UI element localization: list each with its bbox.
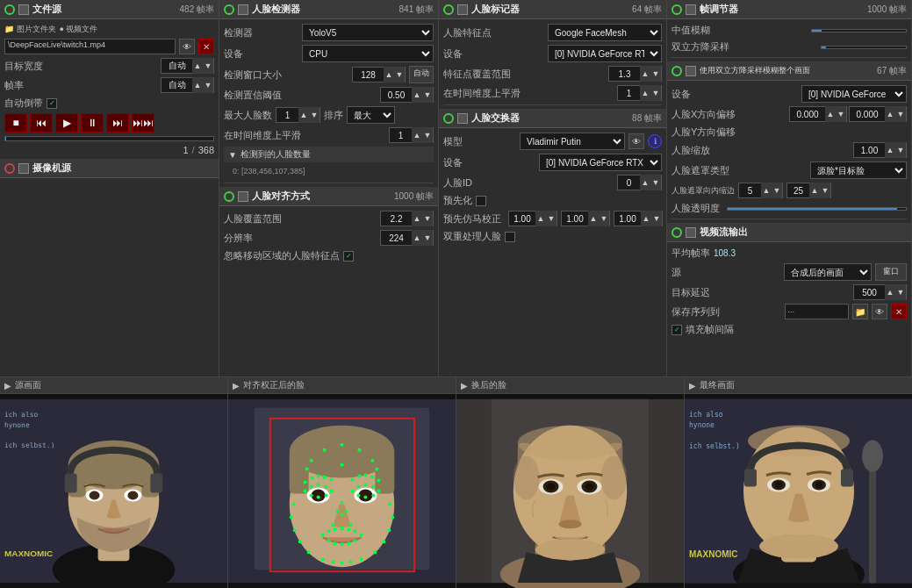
- max-faces-input[interactable]: [276, 111, 298, 120]
- scale-down[interactable]: ▼: [895, 142, 906, 158]
- face-align-check-icon[interactable]: [238, 191, 248, 202]
- stream-output-check-icon[interactable]: [686, 227, 696, 238]
- resolution-spinbox[interactable]: ▲ ▼: [380, 230, 434, 246]
- scale-input[interactable]: [854, 146, 885, 155]
- blur-spinbox[interactable]: ▲ ▼: [786, 183, 831, 198]
- coverage-down[interactable]: ▼: [422, 211, 433, 226]
- max-faces-down[interactable]: ▼: [309, 107, 320, 123]
- x-offset-down2[interactable]: ▼: [895, 106, 906, 122]
- window-btn[interactable]: 窗口: [875, 263, 907, 281]
- delay-down[interactable]: ▼: [895, 284, 906, 300]
- prealign-spinbox2[interactable]: ▲ ▼: [561, 211, 610, 226]
- max-faces-up[interactable]: ▲: [298, 107, 309, 123]
- mask-type-select[interactable]: 源脸*目标脸: [810, 161, 907, 179]
- face-detector-check-icon[interactable]: [238, 4, 248, 15]
- prealign-down3[interactable]: ▼: [651, 211, 662, 226]
- threshold-spinbox[interactable]: ▲ ▼: [380, 87, 434, 103]
- auto-btn[interactable]: 自动: [409, 66, 434, 83]
- coverage-spinbox[interactable]: ▲ ▼: [380, 211, 434, 226]
- device-select[interactable]: CPU: [302, 45, 434, 62]
- prev-btn[interactable]: ⏮: [30, 113, 53, 133]
- prealign-up2[interactable]: ▲: [588, 211, 599, 226]
- fps-down[interactable]: ▼: [203, 77, 213, 93]
- resolution-down[interactable]: ▼: [422, 230, 433, 246]
- erode-input[interactable]: [739, 186, 761, 196]
- landmark-range-down[interactable]: ▼: [650, 66, 661, 82]
- smooth-up[interactable]: ▲: [412, 127, 422, 143]
- blur-up[interactable]: ▲: [809, 183, 820, 198]
- face-marker-check-icon[interactable]: [457, 4, 468, 15]
- smooth-input[interactable]: [390, 131, 412, 140]
- prealign-up1[interactable]: ▲: [535, 211, 546, 226]
- smooth-spinbox[interactable]: ▲ ▼: [389, 127, 434, 143]
- bilateral-section-power-icon[interactable]: [671, 66, 682, 76]
- detection-count-section[interactable]: ▼ 检测到的人脸数量: [224, 147, 434, 162]
- target-width-down[interactable]: ▼: [203, 58, 213, 74]
- prealign-spinbox1[interactable]: ▲ ▼: [508, 211, 557, 226]
- scale-up[interactable]: ▲: [885, 142, 895, 158]
- auto-loop-checkbox[interactable]: [47, 98, 57, 109]
- save-path-input[interactable]: ...: [785, 304, 850, 319]
- model-select[interactable]: Vladimir Putin: [520, 133, 625, 150]
- window-size-spinbox[interactable]: ▲ ▼: [352, 67, 406, 82]
- file-path-close-btn[interactable]: ✕: [198, 39, 214, 54]
- ignore-moving-checkbox[interactable]: [343, 251, 354, 262]
- prealign-down1[interactable]: ▼: [546, 211, 557, 226]
- prealign-input2[interactable]: [562, 214, 588, 224]
- frame-adjuster-check-icon[interactable]: [686, 4, 696, 15]
- prealign-down2[interactable]: ▼: [599, 211, 609, 226]
- coverage-input[interactable]: [381, 214, 412, 224]
- fps-spinbox[interactable]: ▲ ▼: [161, 77, 214, 93]
- window-size-input[interactable]: [353, 70, 384, 80]
- prealign-input3[interactable]: [614, 214, 641, 224]
- face-align-power-icon[interactable]: [224, 191, 234, 202]
- precel-checkbox[interactable]: [476, 196, 486, 206]
- prealign-input1[interactable]: [509, 214, 535, 224]
- fps-up[interactable]: ▲: [192, 77, 203, 93]
- face-id-input[interactable]: [618, 178, 640, 188]
- bilateral-slider[interactable]: [821, 46, 907, 49]
- delay-up[interactable]: ▲: [885, 284, 895, 300]
- target-width-up[interactable]: ▲: [192, 58, 203, 74]
- scale-spinbox[interactable]: ▲ ▼: [853, 142, 907, 158]
- stop-btn[interactable]: ■: [4, 113, 27, 133]
- marker-smooth-input[interactable]: [618, 89, 640, 98]
- delay-input[interactable]: [854, 288, 885, 298]
- video-file-option[interactable]: ● 视频文件: [60, 24, 98, 35]
- play-btn[interactable]: ▶: [55, 113, 78, 133]
- fps-input[interactable]: [162, 81, 192, 90]
- file-path-input[interactable]: \DeepFaceLive\twitch1.mp4: [4, 39, 176, 54]
- erode-up[interactable]: ▲: [761, 183, 772, 198]
- landmark-range-input[interactable]: [609, 69, 640, 79]
- double-process-checkbox[interactable]: [505, 232, 515, 242]
- face-swapper-power-icon[interactable]: [443, 113, 454, 124]
- resolution-input[interactable]: [381, 233, 412, 243]
- x-offset-spinbox2[interactable]: ▲ ▼: [849, 106, 907, 122]
- target-width-input[interactable]: [162, 61, 192, 71]
- stream-output-power-icon[interactable]: [671, 227, 682, 238]
- delay-spinbox[interactable]: ▲ ▼: [853, 284, 907, 300]
- resolution-up[interactable]: ▲: [412, 230, 422, 246]
- next-btn[interactable]: ⏭: [106, 113, 129, 133]
- target-width-spinbox[interactable]: ▲ ▼: [161, 58, 214, 74]
- marker-smooth-up[interactable]: ▲: [640, 85, 650, 101]
- blur-down[interactable]: ▼: [820, 183, 830, 198]
- file-path-eye-btn[interactable]: 👁: [179, 39, 195, 54]
- threshold-up[interactable]: ▲: [412, 87, 422, 103]
- prealign-up3[interactable]: ▲: [641, 211, 651, 226]
- landmark-range-up[interactable]: ▲: [640, 66, 650, 82]
- bilateral-device-select[interactable]: [0] NVIDIA GeForce: [801, 85, 907, 103]
- swap-device-select[interactable]: [0] NVIDIA GeForce RTX: [539, 154, 662, 171]
- x-offset-up1[interactable]: ▲: [825, 106, 836, 122]
- window-size-up[interactable]: ▲: [384, 67, 394, 82]
- landmark-range-spinbox[interactable]: ▲ ▼: [608, 66, 662, 82]
- x-offset-down1[interactable]: ▼: [836, 106, 846, 122]
- pause-btn[interactable]: ⏸: [81, 113, 104, 133]
- coverage-up[interactable]: ▲: [412, 211, 422, 226]
- marker-smooth-spinbox[interactable]: ▲ ▼: [617, 85, 662, 101]
- marker-device-select[interactable]: [0] NVIDIA GeForce RTX: [548, 45, 662, 62]
- max-faces-spinbox[interactable]: ▲ ▼: [276, 107, 320, 123]
- camera-source-check-icon[interactable]: [18, 163, 29, 174]
- sort-select[interactable]: 最大: [347, 106, 395, 124]
- erode-spinbox[interactable]: ▲ ▼: [738, 183, 783, 198]
